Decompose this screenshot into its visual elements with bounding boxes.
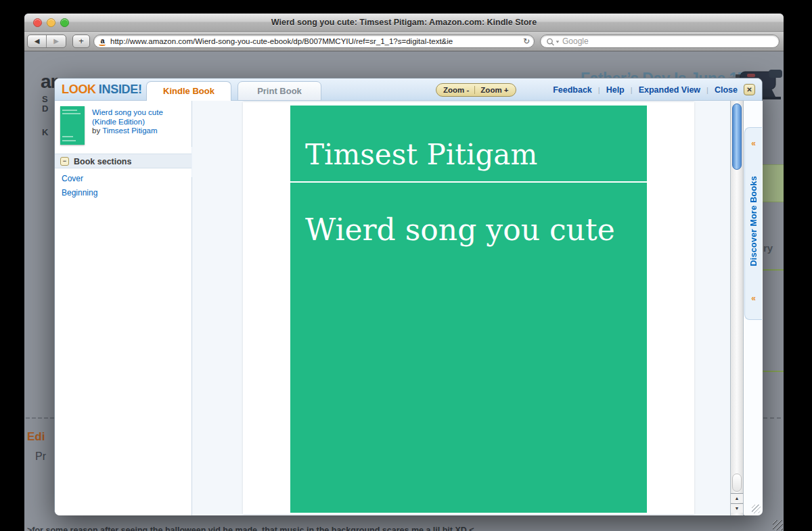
- link-separator: |: [631, 86, 633, 94]
- book-cover: Timsest Pitigam Wierd song you cute: [290, 106, 647, 513]
- sidebar-item-cover[interactable]: Cover: [62, 174, 83, 183]
- modal-resize-grip[interactable]: [752, 505, 761, 513]
- reader-pane: Timsest Pitigam Wierd song you cute: [192, 101, 730, 515]
- browser-window: Wierd song you cute: Timsest Pitigam: Am…: [24, 14, 784, 531]
- text-fragment-ry: ry: [763, 242, 773, 254]
- reader-scrollbar[interactable]: ▲ ▼: [730, 101, 744, 515]
- help-link[interactable]: Help: [606, 85, 625, 95]
- zoom-divider: [474, 86, 475, 94]
- history-nav: ◀ ▶: [27, 34, 66, 48]
- tab-kindle-book[interactable]: Kindle Book: [146, 81, 231, 101]
- window-resize-grip[interactable]: [773, 520, 783, 530]
- cover-author-text: Timsest Pitigam: [305, 138, 537, 171]
- modal-header: LOOKINSIDE! Kindle Book Print Book Zoom …: [55, 78, 762, 101]
- modal-header-links: Feedback | Help | Expanded View | Close …: [553, 84, 755, 95]
- cover-divider-line: [290, 181, 647, 183]
- browser-toolbar: ◀ ▶ + a http://www.amazon.com/Wierd-song…: [24, 32, 784, 51]
- nav-fragment-d: D: [42, 103, 48, 114]
- address-bar[interactable]: a http://www.amazon.com/Wierd-song-you-c…: [93, 34, 535, 48]
- book-sections-label: Book sections: [74, 157, 131, 166]
- browser-titlebar[interactable]: Wierd song you cute: Timsest Pitigam: Am…: [24, 14, 784, 32]
- zoom-controls: Zoom - Zoom +: [436, 83, 516, 97]
- expanded-view-link[interactable]: Expanded View: [639, 85, 700, 95]
- scroll-up-button[interactable]: ▲: [731, 493, 743, 503]
- editorial-reviews-fragment: Edi: [27, 430, 45, 444]
- look-inside-modal: LOOKINSIDE! Kindle Book Print Book Zoom …: [54, 78, 763, 515]
- new-tab-button[interactable]: +: [72, 34, 90, 48]
- look-inside-logo: LOOKINSIDE!: [62, 83, 142, 97]
- nav-fragment-s: S: [42, 94, 48, 104]
- product-description-fragment: Pr: [35, 451, 46, 463]
- search-input[interactable]: [562, 36, 765, 47]
- book-author-line: by Timsest Pitigam: [92, 126, 158, 135]
- back-button[interactable]: ◀: [28, 35, 47, 47]
- window-title: Wierd song you cute: Timsest Pitigam: Am…: [24, 18, 784, 27]
- nav-fragment-k: K: [42, 127, 48, 137]
- cover-title-text: Wierd song you cute: [305, 212, 615, 247]
- forward-button[interactable]: ▶: [47, 35, 66, 47]
- book-title-link[interactable]: Wierd song you cute (Kindle Edition): [92, 108, 188, 127]
- book-page: Timsest Pitigam Wierd song you cute: [243, 102, 694, 514]
- tab-print-book[interactable]: Print Book: [238, 81, 321, 101]
- zoom-out-button[interactable]: Zoom -: [443, 86, 469, 94]
- author-link[interactable]: Timsest Pitigam: [102, 126, 157, 135]
- zoom-in-button[interactable]: Zoom +: [480, 86, 508, 94]
- book-sections-header[interactable]: − Book sections: [55, 154, 191, 168]
- url-text[interactable]: http://www.amazon.com/Wierd-song-you-cut…: [110, 37, 516, 45]
- review-comment-text: >for some reason after seeing the hallow…: [27, 526, 474, 531]
- reader-sidebar: Wierd song you cute (Kindle Edition) by …: [55, 101, 192, 515]
- feedback-link[interactable]: Feedback: [553, 85, 592, 95]
- scrollbar-end-cap: [732, 474, 742, 492]
- scroll-down-button[interactable]: ▼: [731, 503, 743, 513]
- google-search-field[interactable]: [540, 34, 780, 48]
- close-icon[interactable]: ✕: [744, 84, 755, 95]
- scrollbar-thumb[interactable]: [732, 103, 742, 170]
- link-separator: |: [706, 86, 708, 94]
- book-cover-thumbnail: [60, 106, 85, 145]
- discover-arrow-bottom-icon: «: [751, 294, 756, 303]
- by-label: by: [92, 126, 102, 135]
- discover-arrow-top-icon: «: [751, 139, 756, 148]
- close-link[interactable]: Close: [715, 85, 738, 95]
- refresh-icon[interactable]: ↻: [523, 37, 530, 46]
- amazon-favicon-icon: a: [97, 37, 108, 47]
- discover-more-books-tab[interactable]: « Discover More Books «: [744, 127, 762, 320]
- sidebar-item-beginning[interactable]: Beginning: [62, 188, 97, 198]
- link-separator: |: [598, 86, 600, 94]
- search-icon: [546, 37, 561, 47]
- discover-more-books-label: Discover More Books: [749, 176, 759, 267]
- section-divider-dashed: [763, 417, 784, 419]
- section-divider-dashed: [26, 417, 54, 419]
- collapse-minus-icon[interactable]: −: [60, 157, 69, 166]
